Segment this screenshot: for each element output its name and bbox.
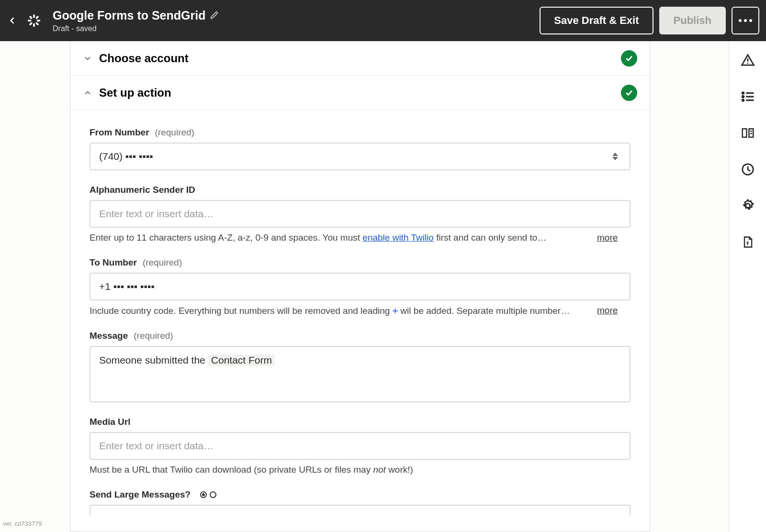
file-bolt-icon — [741, 235, 755, 249]
field-label: Media Url — [90, 417, 131, 427]
required-tag: (required) — [134, 331, 173, 341]
settings-button[interactable] — [740, 198, 755, 213]
svg-marker-20 — [612, 153, 618, 156]
save-draft-exit-button[interactable]: Save Draft & Exit — [540, 7, 653, 34]
svg-point-9 — [747, 63, 748, 64]
section-choose-account[interactable]: Choose account — [70, 41, 650, 76]
field-to-number: To Number (required) +1 ▪▪▪ ▪▪▪ ▪▪▪▪ Inc… — [90, 257, 631, 316]
svg-rect-7 — [35, 22, 39, 26]
ellipsis-icon — [739, 19, 752, 22]
enable-twilio-link[interactable]: enable with Twilio — [362, 233, 434, 243]
field-label: To Number — [90, 257, 137, 268]
form-body: From Number (required) (740) ▪▪▪ ▪▪▪▪ Al… — [70, 110, 650, 532]
back-button[interactable] — [7, 15, 18, 26]
clock-icon — [741, 162, 755, 177]
data-pill[interactable]: Contact Form — [208, 355, 275, 366]
alerts-button[interactable] — [740, 53, 755, 68]
section-setup-action[interactable]: Set up action — [70, 76, 650, 110]
field-message: Message (required) Someone submitted the… — [90, 331, 631, 402]
svg-rect-5 — [29, 22, 33, 26]
message-text: Someone submitted the — [99, 355, 205, 366]
radio-option-2[interactable] — [210, 491, 216, 498]
select-value: (740) ▪▪▪ ▪▪▪▪ — [99, 151, 612, 162]
send-large-select[interactable] — [90, 505, 631, 515]
chevron-up-icon — [83, 88, 92, 98]
field-media-url: Media Url Enter text or insert data… Mus… — [90, 417, 631, 475]
field-send-large: Send Large Messages? — [90, 489, 631, 515]
version-tag: ver. cd733779 — [3, 520, 42, 527]
step-panel: Choose account Set up action From Number… — [70, 41, 650, 532]
svg-rect-1 — [33, 23, 35, 27]
more-menu-button[interactable] — [732, 7, 759, 34]
from-number-select[interactable]: (740) ▪▪▪ ▪▪▪▪ — [90, 143, 631, 170]
history-button[interactable] — [740, 162, 755, 177]
more-link[interactable]: more — [597, 233, 618, 243]
placeholder-text: Enter text or insert data… — [99, 208, 621, 220]
outline-button[interactable] — [740, 89, 755, 104]
field-sender-id: Alphanumeric Sender ID Enter text or ins… — [90, 185, 631, 243]
section-title: Choose account — [99, 52, 189, 65]
required-tag: (required) — [155, 127, 194, 138]
svg-point-13 — [742, 92, 743, 94]
field-label: Send Large Messages? — [90, 489, 191, 500]
field-label: Alphanumeric Sender ID — [90, 185, 195, 195]
more-link[interactable]: more — [597, 305, 618, 316]
zapier-logo-icon — [27, 13, 41, 28]
gear-icon — [741, 199, 755, 213]
field-label: From Number — [90, 127, 149, 138]
svg-rect-6 — [29, 15, 33, 19]
radio-option-1[interactable] — [200, 491, 207, 498]
chevron-left-icon — [8, 16, 17, 25]
top-bar: Google Forms to SendGrid Draft - saved S… — [0, 0, 766, 41]
svg-rect-0 — [33, 14, 35, 18]
field-from-number: From Number (required) (740) ▪▪▪ ▪▪▪▪ — [90, 127, 631, 170]
zap-title: Google Forms to SendGrid — [53, 9, 205, 22]
input-value: +1 ▪▪▪ ▪▪▪ ▪▪▪▪ — [99, 281, 621, 292]
radio-group — [200, 491, 216, 498]
media-url-input[interactable]: Enter text or insert data… — [90, 432, 631, 460]
topbar-left: Google Forms to SendGrid Draft - saved — [7, 9, 219, 33]
field-label: Message — [90, 331, 128, 341]
svg-rect-4 — [35, 15, 39, 19]
svg-marker-21 — [612, 157, 618, 160]
svg-point-14 — [742, 96, 743, 97]
helper-text: Enter up to 11 characters using A-Z, a-z… — [90, 233, 631, 243]
required-tag: (required) — [143, 257, 182, 268]
message-input[interactable]: Someone submitted the Contact Form — [90, 346, 631, 402]
chevron-down-icon — [83, 54, 92, 63]
sender-id-input[interactable]: Enter text or insert data… — [90, 200, 631, 228]
status-complete-icon — [621, 50, 637, 66]
helper-text: Include country code. Everything but num… — [90, 305, 631, 316]
svg-rect-3 — [37, 20, 41, 22]
select-caret-icon — [612, 150, 621, 163]
alert-triangle-icon — [741, 53, 755, 67]
docs-button[interactable] — [740, 125, 755, 141]
title-stack: Google Forms to SendGrid Draft - saved — [53, 9, 219, 33]
status-complete-icon — [621, 85, 637, 101]
placeholder-text: Enter text or insert data… — [99, 440, 621, 452]
publish-button[interactable]: Publish — [659, 7, 726, 34]
topbar-right: Save Draft & Exit Publish — [540, 7, 759, 34]
book-open-icon — [741, 126, 755, 140]
svg-point-15 — [742, 100, 743, 101]
helper-text: Must be a URL that Twilio can download (… — [90, 465, 631, 475]
power-button[interactable] — [740, 234, 755, 250]
zap-status: Draft - saved — [53, 24, 219, 33]
list-icon — [741, 89, 755, 104]
section-title: Set up action — [99, 86, 171, 100]
pencil-icon[interactable] — [210, 11, 219, 20]
workspace: Choose account Set up action From Number… — [0, 41, 766, 532]
right-rail — [729, 41, 766, 532]
svg-rect-2 — [28, 20, 32, 22]
to-number-input[interactable]: +1 ▪▪▪ ▪▪▪ ▪▪▪▪ — [90, 273, 631, 300]
